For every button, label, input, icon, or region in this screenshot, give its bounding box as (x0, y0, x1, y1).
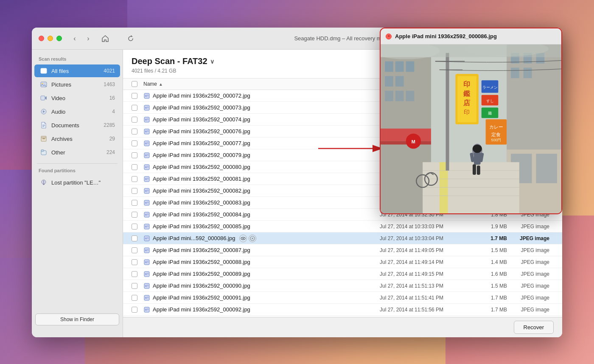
name-column-header[interactable]: Name ▲ (143, 81, 380, 87)
show-in-finder-button[interactable]: Show in Finder (35, 314, 119, 325)
sidebar-item-lost-partition[interactable]: Lost partition "LE…" (34, 176, 120, 189)
sidebar-item-other[interactable]: Other 224 (34, 146, 120, 159)
file-name: Apple iPad mini 1936x2592_000083.jpg (153, 199, 250, 206)
file-icon (143, 199, 150, 206)
maximize-button[interactable] (56, 36, 62, 41)
file-icon (143, 306, 150, 313)
svg-rect-47 (145, 178, 147, 180)
sidebar-item-video[interactable]: Video 16 (34, 92, 120, 104)
svg-rect-39 (145, 154, 147, 156)
svg-text:印: 印 (464, 109, 470, 115)
row-checkbox[interactable] (132, 235, 137, 241)
svg-rect-31 (145, 131, 147, 132)
dropdown-arrow[interactable]: ∨ (210, 58, 214, 65)
file-icon (143, 140, 150, 147)
svg-rect-76 (145, 249, 147, 251)
file-icon-name: Apple iPad mini 1936x2592_000083.jpg (143, 199, 380, 206)
close-button[interactable] (39, 36, 44, 41)
row-date: Jul 27, 2014 at 11:51:41 PM (380, 295, 473, 301)
preview-close-button[interactable]: ✕ (386, 34, 392, 39)
row-checkbox[interactable] (132, 259, 137, 265)
sidebar-item-documents[interactable]: Documents 2285 (34, 119, 120, 132)
row-checkbox[interactable] (132, 140, 137, 146)
row-checkbox[interactable] (132, 307, 137, 313)
svg-text:すし: すし (486, 99, 494, 103)
row-checkbox[interactable] (132, 224, 137, 230)
row-checkbox-col (132, 283, 143, 289)
svg-rect-119 (536, 154, 557, 183)
row-type: JPEG image (507, 247, 554, 253)
table-row[interactable]: Apple iPad mini...592_000086.jpg (123, 232, 562, 244)
row-type: JPEG image (507, 283, 554, 289)
row-date: Jul 27, 2014 at 10:33:04 PM (380, 235, 473, 241)
row-checkbox[interactable] (132, 152, 137, 158)
row-checkbox[interactable] (132, 212, 137, 218)
forward-button[interactable]: › (82, 33, 94, 45)
back-button[interactable]: ‹ (69, 33, 81, 45)
file-icon-name: Apple iPad mini 1936x2592_000089.jpg (143, 271, 380, 277)
refresh-button[interactable] (125, 33, 137, 45)
row-checkbox[interactable] (132, 105, 137, 111)
home-button[interactable] (99, 33, 111, 45)
row-checkbox[interactable] (132, 93, 137, 99)
row-date: Jul 27, 2014 at 11:49:14 PM (380, 259, 473, 265)
table-row[interactable]: Apple iPad mini 1936x2592_000088.jpg Jul… (123, 256, 562, 268)
row-checkbox-col (132, 235, 143, 241)
svg-rect-51 (145, 190, 147, 192)
table-row[interactable]: Apple iPad mini 1936x2592_000091.jpg Jul… (123, 292, 562, 304)
file-icon (143, 152, 150, 159)
svg-text:カレー: カレー (489, 124, 503, 129)
row-checkbox[interactable] (132, 176, 137, 182)
row-checkbox[interactable] (132, 129, 137, 134)
file-name: Apple iPad mini 1936x2592_000087.jpg (153, 247, 250, 253)
table-row[interactable]: Apple iPad mini 1936x2592_000089.jpg Jul… (123, 268, 562, 280)
file-icon-name: Apple iPad mini 1936x2592_000092.jpg (143, 306, 380, 313)
row-checkbox[interactable] (132, 271, 137, 277)
sidebar-item-all-files[interactable]: All files 4021 (34, 64, 120, 77)
preview-tag-icon[interactable] (249, 235, 256, 242)
row-checkbox-col (132, 188, 143, 194)
audio-icon (39, 107, 48, 116)
row-checkbox[interactable] (132, 164, 137, 170)
row-checkbox[interactable] (132, 283, 137, 289)
row-checkbox[interactable] (132, 247, 137, 253)
select-all-checkbox[interactable] (132, 81, 137, 87)
svg-rect-27 (145, 119, 147, 120)
file-name: Apple iPad mini 1936x2592_000084.jpg (153, 211, 250, 218)
preview-eye-icon[interactable] (239, 235, 247, 242)
svg-rect-6 (41, 96, 45, 100)
row-checkbox[interactable] (132, 117, 137, 123)
table-row[interactable]: Apple iPad mini 1936x2592_000092.jpg Jul… (123, 304, 562, 316)
recover-button[interactable]: Recover (514, 321, 554, 334)
nav-buttons: ‹ › (69, 33, 94, 45)
file-name: Apple iPad mini...592_000086.jpg (153, 235, 235, 241)
red-arrow (314, 136, 390, 161)
row-checkbox[interactable] (132, 188, 137, 194)
row-size: 1.7 MB (473, 307, 507, 313)
sidebar-item-archives[interactable]: Archives 29 (34, 132, 120, 145)
file-icon-name: Apple iPad mini 1936x2592_000088.jpg (143, 259, 380, 266)
svg-rect-63 (145, 226, 147, 227)
row-checkbox[interactable] (132, 200, 137, 206)
file-name: Apple iPad mini 1936x2592_000088.jpg (153, 259, 250, 265)
sidebar-item-pictures[interactable]: Pictures 1463 (34, 78, 120, 91)
svg-point-151 (473, 145, 482, 153)
file-name: Apple iPad mini 1936x2592_000091.jpg (153, 294, 250, 301)
file-icon-name: Apple iPad mini...592_000086.jpg (143, 235, 380, 242)
table-row[interactable]: Apple iPad mini 1936x2592_000090.jpg Jul… (123, 280, 562, 292)
row-checkbox-col (132, 93, 143, 99)
file-icon-name: Apple iPad mini 1936x2592_000076.jpg (143, 128, 380, 135)
svg-rect-96 (145, 309, 147, 311)
svg-rect-106 (385, 91, 393, 101)
file-icon-name: Apple iPad mini 1936x2592_000090.jpg (143, 283, 380, 289)
table-row[interactable]: Apple iPad mini 1936x2592_000085.jpg Jul… (123, 221, 562, 232)
svg-text:M: M (412, 139, 415, 144)
file-icon-name: Apple iPad mini 1936x2592_000081.jpg (143, 176, 380, 182)
row-checkbox-col (132, 176, 143, 182)
minimize-button[interactable] (48, 36, 53, 41)
sidebar-item-audio[interactable]: Audio 4 (34, 105, 120, 118)
table-row[interactable]: Apple iPad mini 1936x2592_000087.jpg Jul… (123, 244, 562, 256)
row-checkbox[interactable] (132, 295, 137, 301)
svg-rect-3 (42, 72, 44, 73)
file-name: Apple iPad mini 1936x2592_000080.jpg (153, 164, 250, 170)
